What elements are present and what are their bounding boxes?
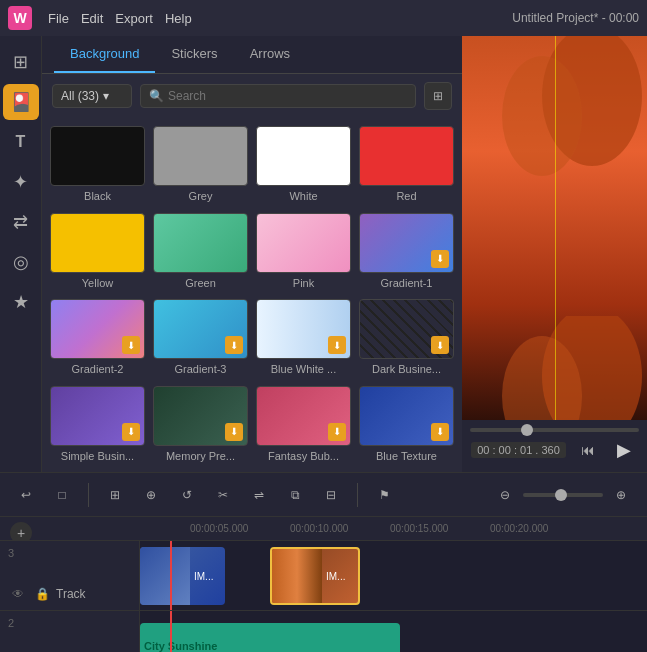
play-button[interactable]: ▶ bbox=[610, 436, 638, 464]
track-header-3: 3 👁 🔒 Track bbox=[0, 541, 140, 610]
bg-item-white[interactable]: White bbox=[256, 126, 351, 205]
track-visibility-button-3[interactable]: 👁 bbox=[8, 584, 28, 604]
bg-item-gradient3[interactable]: ⬇Gradient-3 bbox=[153, 299, 248, 378]
zoom-out-button[interactable]: ⊖ bbox=[491, 481, 519, 509]
bg-label-darkbusiness: Dark Busine... bbox=[372, 363, 441, 375]
menu-file[interactable]: File bbox=[48, 11, 69, 26]
bg-label-yellow: Yellow bbox=[82, 277, 113, 289]
ruler-mark-15: 00:00:15.000 bbox=[390, 523, 448, 534]
bg-item-bluetexture[interactable]: ⬇Blue Texture bbox=[359, 386, 454, 465]
bg-label-white: White bbox=[289, 190, 317, 202]
bg-label-bluewhite: Blue White ... bbox=[271, 363, 336, 375]
separator-2 bbox=[357, 483, 358, 507]
rotate-button[interactable]: ↺ bbox=[173, 481, 201, 509]
sidebar: ⊞ 🎴 T ✦ ⇄ ◎ ★ bbox=[0, 36, 42, 472]
bg-item-memorypre[interactable]: ⬇Memory Pre... bbox=[153, 386, 248, 465]
bg-label-memorypre: Memory Pre... bbox=[166, 450, 235, 462]
bg-label-fantasybub: Fantasy Bub... bbox=[268, 450, 339, 462]
bg-item-simplebusiness[interactable]: ⬇Simple Busin... bbox=[50, 386, 145, 465]
sidebar-item-filter[interactable]: ◎ bbox=[3, 244, 39, 280]
undo-button[interactable]: ↩ bbox=[12, 481, 40, 509]
chevron-down-icon: ▾ bbox=[103, 89, 109, 103]
bg-thumb-green bbox=[153, 213, 248, 273]
menu-edit[interactable]: Edit bbox=[81, 11, 103, 26]
sidebar-item-transitions[interactable]: ⇄ bbox=[3, 204, 39, 240]
tab-background[interactable]: Background bbox=[54, 36, 155, 73]
sidebar-item-layers[interactable]: ⊞ bbox=[3, 44, 39, 80]
bg-thumb-bluewhite: ⬇ bbox=[256, 299, 351, 359]
track-content-2: City Sunshine bbox=[140, 611, 647, 652]
search-icon: 🔍 bbox=[149, 89, 164, 103]
bg-item-pink[interactable]: Pink bbox=[256, 213, 351, 292]
zoom-out-icon: ⊖ bbox=[500, 488, 510, 502]
bg-item-fantasybub[interactable]: ⬇Fantasy Bub... bbox=[256, 386, 351, 465]
mirror-button[interactable]: ⇌ bbox=[245, 481, 273, 509]
add-button[interactable]: ⊕ bbox=[137, 481, 165, 509]
delete-button[interactable]: ⊟ bbox=[317, 481, 345, 509]
bg-item-yellow[interactable]: Yellow bbox=[50, 213, 145, 292]
playhead-2 bbox=[170, 611, 172, 652]
bg-item-green[interactable]: Green bbox=[153, 213, 248, 292]
progress-track[interactable] bbox=[470, 428, 639, 432]
sidebar-item-media[interactable]: 🎴 bbox=[3, 84, 39, 120]
zoom-thumb[interactable] bbox=[555, 489, 567, 501]
bg-label-simplebusiness: Simple Busin... bbox=[61, 450, 134, 462]
dl-badge-gradient1: ⬇ bbox=[431, 250, 449, 268]
skip-back-button[interactable]: ⏮ bbox=[574, 436, 602, 464]
menu-items: File Edit Export Help bbox=[48, 11, 192, 26]
add-clip-button[interactable]: ⊞ bbox=[101, 481, 129, 509]
clip-thumbnail-image-2 bbox=[272, 547, 322, 605]
track-header-2: 2 👁 🔒 Track bbox=[0, 611, 140, 652]
grid-toggle-button[interactable]: ⊞ bbox=[424, 82, 452, 110]
tab-arrows[interactable]: Arrows bbox=[234, 36, 306, 73]
dl-badge-bluewhite: ⬇ bbox=[328, 336, 346, 354]
filter-icon: ◎ bbox=[13, 251, 29, 273]
sidebar-item-text[interactable]: T bbox=[3, 124, 39, 160]
bg-thumb-white bbox=[256, 126, 351, 186]
bg-item-red[interactable]: Red bbox=[359, 126, 454, 205]
bg-thumb-memorypre: ⬇ bbox=[153, 386, 248, 446]
track-clip-audio[interactable]: City Sunshine bbox=[140, 623, 400, 652]
sidebar-item-effects[interactable]: ✦ bbox=[3, 164, 39, 200]
bg-item-grey[interactable]: Grey bbox=[153, 126, 248, 205]
track-clip-3-1[interactable]: IM... bbox=[140, 547, 225, 605]
track-clip-3-2[interactable]: IM... bbox=[270, 547, 360, 605]
clip-label-3-1: IM... bbox=[190, 569, 217, 584]
sidebar-item-sticker[interactable]: ★ bbox=[3, 284, 39, 320]
bg-item-gradient1[interactable]: ⬇Gradient-1 bbox=[359, 213, 454, 292]
tree-overlay bbox=[462, 36, 647, 420]
flag-button[interactable]: ⚑ bbox=[370, 481, 398, 509]
playback-bar: 00 : 00 : 01 . 360 ⏮ ▶ bbox=[462, 420, 647, 472]
bg-item-gradient2[interactable]: ⬇Gradient-2 bbox=[50, 299, 145, 378]
app-title: Untitled Project* - 00:00 bbox=[512, 11, 639, 25]
bg-item-black[interactable]: Black bbox=[50, 126, 145, 205]
layers-icon: ⊞ bbox=[13, 51, 28, 73]
bg-item-bluewhite[interactable]: ⬇Blue White ... bbox=[256, 299, 351, 378]
ruler-mark-10: 00:00:10.000 bbox=[290, 523, 348, 534]
timeline-ruler: + 00:00:05.000 00:00:10.000 00:00:15.000… bbox=[0, 517, 647, 541]
dl-badge-fantasybub: ⬇ bbox=[328, 423, 346, 441]
track-num-2: 2 bbox=[8, 617, 131, 629]
bg-thumb-black bbox=[50, 126, 145, 186]
zoom-slider[interactable] bbox=[523, 493, 603, 497]
tab-stickers[interactable]: Stickers bbox=[155, 36, 233, 73]
delete-icon: ⊟ bbox=[326, 488, 336, 502]
progress-thumb[interactable] bbox=[521, 424, 533, 436]
mirror-icon: ⇌ bbox=[254, 488, 264, 502]
crop-button[interactable]: ⧉ bbox=[281, 481, 309, 509]
cut-button[interactable]: ✂ bbox=[209, 481, 237, 509]
menu-help[interactable]: Help bbox=[165, 11, 192, 26]
bg-thumb-pink bbox=[256, 213, 351, 273]
zoom-in-button[interactable]: ⊕ bbox=[607, 481, 635, 509]
sticker-icon: ★ bbox=[13, 291, 29, 313]
zoom-in-icon: ⊕ bbox=[616, 488, 626, 502]
menu-export[interactable]: Export bbox=[115, 11, 153, 26]
track-lock-button-3[interactable]: 🔒 bbox=[32, 584, 52, 604]
track-num-3: 3 bbox=[8, 547, 131, 559]
bg-item-darkbusiness[interactable]: ⬇Dark Busine... bbox=[359, 299, 454, 378]
clip-label-3-2: IM... bbox=[322, 569, 349, 584]
filter-dropdown[interactable]: All (33) ▾ bbox=[52, 84, 132, 108]
select-button[interactable]: □ bbox=[48, 481, 76, 509]
search-input[interactable] bbox=[168, 89, 407, 103]
add-track-button[interactable]: + bbox=[10, 522, 32, 542]
